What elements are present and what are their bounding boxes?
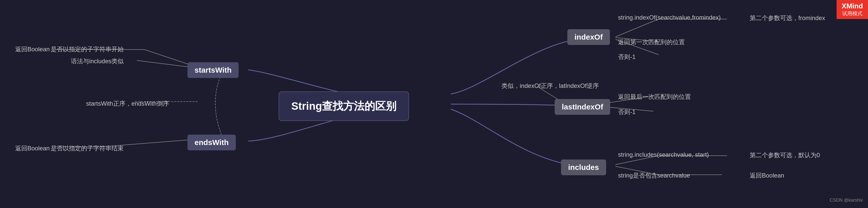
leaf-includes-desc: string是否包含searchvalue (618, 172, 690, 180)
endswith-label: endsWith (194, 138, 229, 147)
branch-endswith: endsWith (187, 135, 236, 150)
leaf-lastindexof-similar: 类似，indexOf正序，latIndexOf逆序 (501, 82, 599, 90)
indexof-label: indexOf (575, 33, 603, 41)
csdn-text: CSDN @karshiv (830, 198, 863, 203)
leaf-lastindexof-returns-last: 返回最后一次匹配到的位置 (618, 93, 691, 101)
lastindexof-label: lastIndexOf (562, 103, 603, 111)
leaf-syntax-similar: 语法与includes类似 (71, 57, 124, 65)
branch-indexof: indexOf (567, 29, 610, 45)
leaf-returns-boolean-start: 返回Boolean (15, 45, 50, 53)
leaf-startswith-desc: 是否以指定的子字符串开始 (51, 45, 124, 53)
xmind-subtitle: 试用模式 (842, 10, 863, 17)
xmind-badge: XMind 试用模式 (837, 0, 868, 19)
leaf-order-desc: startsWith正序，endsWith倒序 (86, 100, 169, 108)
leaf-indexof-param2: 第二个参数可选，fromindex (750, 14, 825, 22)
canvas: XMind 试用模式 String查找方法的区别 startsWith ends… (0, 0, 868, 208)
branch-startswith: startsWith (187, 62, 239, 78)
xmind-title: XMind (842, 2, 863, 10)
leaf-includes-signature: string.includes(searchvalue, start) (618, 151, 709, 158)
leaf-indexof-signature: string.indexOf(searchvalue,fromindex) (618, 14, 721, 21)
leaf-lastindexof-else: 否则-1 (618, 108, 636, 116)
branch-includes: includes (561, 159, 606, 175)
svg-line-7 (616, 19, 658, 37)
leaf-endswith-desc: 是否以指定的子字符串结束 (51, 144, 124, 152)
leaf-indexof-else: 否则-1 (618, 53, 636, 61)
center-label: String查找方法的区别 (291, 100, 396, 112)
center-node: String查找方法的区别 (279, 92, 409, 121)
branch-lastindexof: lastIndexOf (555, 99, 610, 115)
csdn-badge: CSDN @karshiv (830, 198, 863, 203)
includes-label: includes (568, 163, 599, 172)
leaf-includes-param2: 第二个参数可选，默认为0 (750, 151, 820, 159)
leaf-includes-returns: 返回Boolean (750, 172, 784, 180)
startswith-label: startsWith (194, 66, 231, 74)
leaf-returns-boolean-end: 返回Boolean (15, 144, 50, 152)
leaf-indexof-returns-first: 返回第一次匹配到的位置 (618, 38, 685, 46)
